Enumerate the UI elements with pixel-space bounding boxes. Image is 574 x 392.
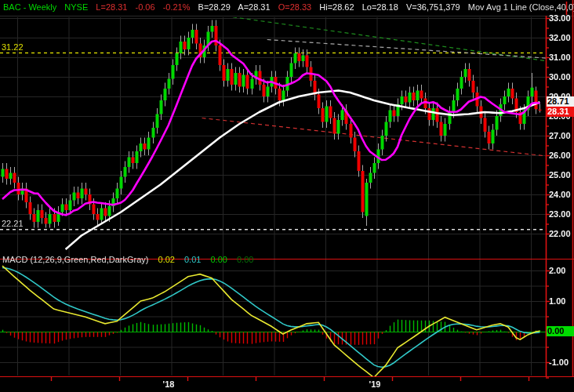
macd-indicator-header: MACD (12,26,9,Green,Red,DarkGray) 0.02 0…	[2, 255, 260, 264]
moving-average-setting: Mov Avg 1 Line (Close,40,0)	[468, 2, 574, 12]
exchange-label: NYSE	[64, 2, 88, 12]
price-axis-label: 31.00	[549, 52, 574, 63]
quote-header: BAC - Weekly NYSE L=28.31 -0.06 -0.21% B…	[3, 2, 574, 12]
macd-hist-value: 0.00	[210, 255, 227, 264]
price-axis-label: 27.00	[549, 130, 574, 141]
macd-axis-label: -1.00	[549, 357, 574, 368]
year-axis-label-2019: '19	[365, 379, 385, 389]
trading-chart-window: BAC - Weekly NYSE L=28.31 -0.06 -0.21% B…	[0, 0, 574, 392]
price-axis-label: 32.00	[549, 32, 574, 43]
macd-axis-label: 1.00	[549, 296, 574, 307]
price-axis-label: 30.00	[549, 71, 574, 82]
ask-price: A=28.31	[238, 2, 270, 12]
price-axis-label: 24.00	[549, 189, 574, 200]
price-axis-label: 33.00	[549, 13, 574, 24]
macd-zero-marker: 0.00	[547, 326, 574, 336]
price-axis-label: 26.00	[549, 150, 574, 161]
ma40-price-marker: 28.71	[547, 96, 574, 107]
price-axis-label: 25.00	[549, 169, 574, 180]
macd-hist-prev-value: 0.00	[237, 255, 253, 264]
percent-change: -0.21%	[163, 2, 191, 12]
macd-axis-label: 2.00	[549, 265, 574, 276]
open-price: O=28.33	[278, 2, 312, 12]
low-price: Lo=28.18	[362, 2, 398, 12]
price-axis-label: 23.00	[549, 209, 574, 220]
year-axis-label-2018: '18	[158, 379, 179, 389]
last-price: L=28.31	[96, 2, 127, 12]
net-change: -0.06	[136, 2, 155, 12]
chart-canvas[interactable]	[0, 0, 574, 392]
symbol-timeframe: BAC - Weekly	[3, 2, 56, 12]
macd-value: 0.02	[158, 255, 175, 264]
volume: V=36,751,379	[406, 2, 460, 12]
last-price-marker: 28.31	[547, 107, 574, 117]
macd-settings-label: MACD (12,26,9,Green,Red,DarkGray)	[2, 255, 148, 264]
macd-signal-value: 0.01	[184, 255, 201, 264]
bid-price: B=28.29	[198, 2, 231, 12]
resistance-level-label: 31.22	[2, 42, 24, 52]
high-price: Hi=28.62	[319, 2, 354, 12]
support-level-label: 22.21	[2, 219, 24, 228]
price-axis-label: 22.00	[549, 228, 574, 239]
